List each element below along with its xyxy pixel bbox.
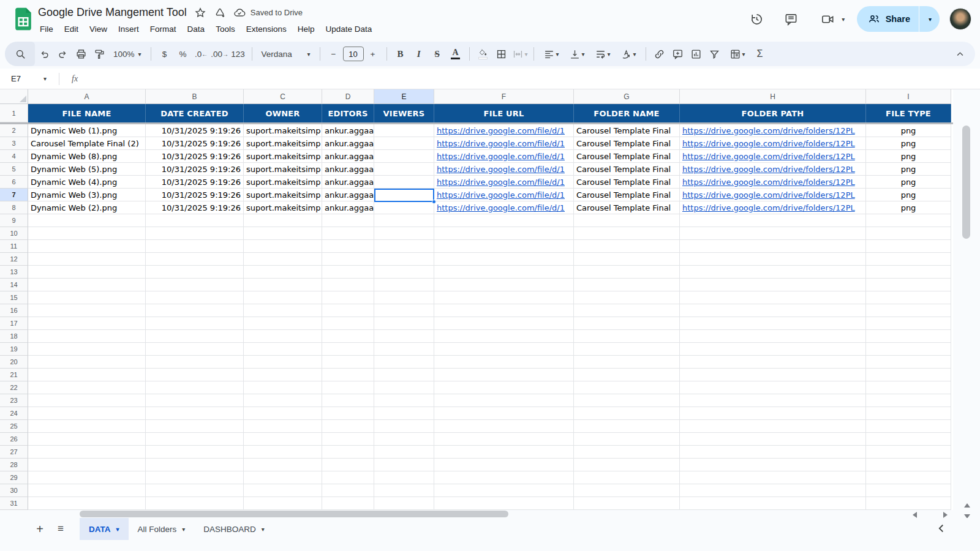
cell-I30[interactable] (866, 484, 951, 497)
row-header-9[interactable]: 9 (0, 214, 28, 227)
insert-link-button[interactable] (650, 45, 669, 63)
cell-H1[interactable]: FOLDER PATH (680, 104, 866, 122)
cell-A20[interactable] (28, 356, 146, 369)
cell-I4[interactable]: png (866, 150, 951, 163)
share-dropdown[interactable]: ▾ (919, 6, 940, 32)
fill-handle[interactable] (432, 200, 436, 204)
scroll-up-arrow[interactable] (964, 503, 970, 508)
cell-G9[interactable] (574, 214, 680, 227)
cell-B25[interactable] (146, 420, 244, 433)
cell-E20[interactable] (374, 356, 434, 369)
cell-E24[interactable] (374, 407, 434, 420)
cell-E14[interactable] (374, 279, 434, 291)
cell-A14[interactable] (28, 279, 146, 291)
cell-E21[interactable] (374, 369, 434, 381)
cell-D6[interactable]: ankur.aggaa (322, 176, 374, 189)
cell-A19[interactable] (28, 343, 146, 356)
cell-F5[interactable]: https://drive.google.com/file/d/1 (434, 163, 574, 176)
menu-update-data[interactable]: Update Data (320, 22, 377, 36)
cell-F7[interactable]: https://drive.google.com/file/d/1 (434, 189, 574, 201)
cell-A25[interactable] (28, 420, 146, 433)
cell-D2[interactable]: ankur.aggaa (322, 124, 374, 137)
sheet-tab-all-folders[interactable]: All Folders▾ (129, 518, 195, 540)
cell-I25[interactable] (866, 420, 951, 433)
sheet-tab-data[interactable]: DATA▾ (80, 518, 129, 540)
cell-I28[interactable] (866, 459, 951, 471)
insert-comment-button[interactable] (669, 45, 687, 63)
cell-D30[interactable] (322, 484, 374, 497)
cell-H11[interactable] (680, 240, 866, 253)
print-button[interactable] (72, 45, 90, 63)
cell-G29[interactable] (574, 471, 680, 484)
cell-D10[interactable] (322, 227, 374, 240)
cell-I29[interactable] (866, 471, 951, 484)
cell-C26[interactable] (244, 433, 322, 446)
cell-F20[interactable] (434, 356, 574, 369)
cell-D5[interactable]: ankur.aggaa (322, 163, 374, 176)
cell-I11[interactable] (866, 240, 951, 253)
all-sheets-button[interactable]: ≡ (50, 520, 71, 538)
vertical-align-button[interactable]: ▾ (564, 45, 590, 63)
cell-A13[interactable] (28, 266, 146, 279)
row-header-14[interactable]: 14 (0, 279, 28, 291)
cell-H18[interactable] (680, 330, 866, 343)
cell-C21[interactable] (244, 369, 322, 381)
cell-B2[interactable]: 10/31/2025 9:19:26 (146, 124, 244, 137)
cell-H12[interactable] (680, 253, 866, 266)
cell-F1[interactable]: FILE URL (434, 104, 574, 122)
cell-D31[interactable] (322, 497, 374, 510)
cell-F21[interactable] (434, 369, 574, 381)
cell-D26[interactable] (322, 433, 374, 446)
cell-H25[interactable] (680, 420, 866, 433)
cell-C16[interactable] (244, 304, 322, 317)
cell-F9[interactable] (434, 214, 574, 227)
cell-I1[interactable]: FILE TYPE (866, 104, 951, 122)
cell-C20[interactable] (244, 356, 322, 369)
cell-I20[interactable] (866, 356, 951, 369)
cell-G31[interactable] (574, 497, 680, 510)
cell-C27[interactable] (244, 446, 322, 459)
cell-I14[interactable] (866, 279, 951, 291)
cell-E15[interactable] (374, 291, 434, 304)
cell-A8[interactable]: Dynamic Web (2).png (28, 201, 146, 214)
format-currency-button[interactable]: $ (156, 45, 174, 63)
cell-H13[interactable] (680, 266, 866, 279)
cell-H29[interactable] (680, 471, 866, 484)
cell-D9[interactable] (322, 214, 374, 227)
text-wrap-button[interactable]: ▾ (590, 45, 616, 63)
insert-chart-button[interactable] (687, 45, 706, 63)
cell-B13[interactable] (146, 266, 244, 279)
cell-C6[interactable]: suport.makeitsimp (244, 176, 322, 189)
cell-H28[interactable] (680, 459, 866, 471)
search-menus-button[interactable] (5, 42, 35, 66)
cell-D28[interactable] (322, 459, 374, 471)
cell-I17[interactable] (866, 317, 951, 330)
cell-F12[interactable] (434, 253, 574, 266)
cell-D23[interactable] (322, 394, 374, 407)
cell-I18[interactable] (866, 330, 951, 343)
cell-F8[interactable]: https://drive.google.com/file/d/1 (434, 201, 574, 214)
cell-B19[interactable] (146, 343, 244, 356)
cell-C9[interactable] (244, 214, 322, 227)
cell-G10[interactable] (574, 227, 680, 240)
row-header-29[interactable]: 29 (0, 471, 28, 484)
cell-E9[interactable] (374, 214, 434, 227)
column-header-E[interactable]: E (374, 89, 434, 104)
cell-H27[interactable] (680, 446, 866, 459)
cell-E6[interactable] (374, 176, 434, 189)
cell-A5[interactable]: Dynamic Web (5).png (28, 163, 146, 176)
cell-F2[interactable]: https://drive.google.com/file/d/1 (434, 124, 574, 137)
row-header-4[interactable]: 4 (0, 150, 28, 163)
cell-B12[interactable] (146, 253, 244, 266)
menu-extensions[interactable]: Extensions (241, 22, 292, 36)
cell-G6[interactable]: Carousel Template Final (574, 176, 680, 189)
cell-G25[interactable] (574, 420, 680, 433)
cell-E11[interactable] (374, 240, 434, 253)
cell-F11[interactable] (434, 240, 574, 253)
select-all-corner[interactable] (0, 89, 28, 104)
cell-C29[interactable] (244, 471, 322, 484)
cell-C7[interactable]: suport.makeitsimp (244, 189, 322, 201)
cell-G26[interactable] (574, 433, 680, 446)
row-header-10[interactable]: 10 (0, 227, 28, 240)
cell-F27[interactable] (434, 446, 574, 459)
